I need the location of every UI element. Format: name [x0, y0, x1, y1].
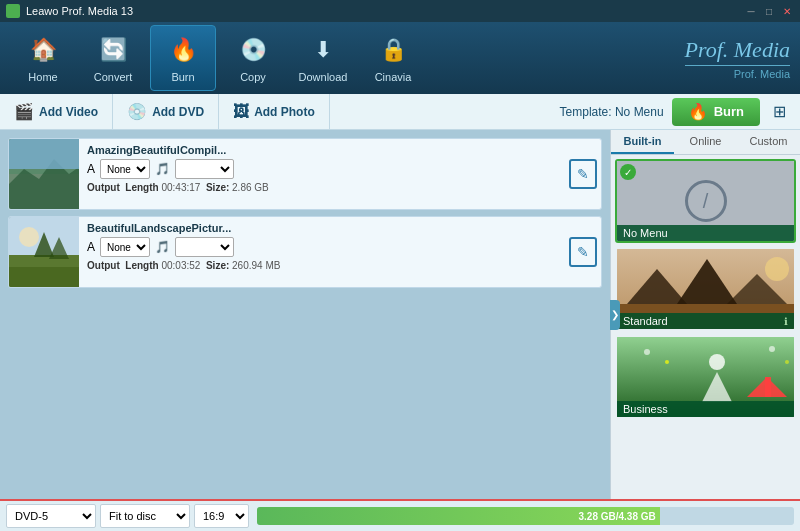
template-standard[interactable]: Standard ℹ [615, 247, 796, 331]
svg-point-18 [709, 354, 725, 370]
right-panel: Built-in Online Custom / ✓ No Menu [610, 130, 800, 499]
svg-rect-3 [9, 139, 79, 169]
video-action-2: ✎ [565, 217, 601, 287]
download-icon: ⬇ [306, 33, 340, 67]
add-photo-button[interactable]: 🖼 Add Photo [219, 94, 330, 130]
video-action-1: ✎ [565, 139, 601, 209]
svg-rect-21 [765, 377, 771, 397]
video-item-2: BeautifulLandscapePictur... A None 16:9 … [8, 216, 602, 288]
progress-bar-fill: 3.28 GB/4.38 GB [257, 507, 660, 525]
svg-point-16 [765, 257, 789, 281]
home-icon: 🏠 [26, 33, 60, 67]
selected-check: ✓ [620, 164, 636, 180]
no-menu-icon: / [685, 180, 727, 222]
add-photo-icon: 🖼 [233, 103, 249, 121]
burn-btn-label: Burn [714, 104, 744, 119]
app-logo [6, 4, 20, 18]
toolbar-copy-label: Copy [240, 71, 266, 83]
video-content-2: BeautifulLandscapePictur... A None 16:9 … [79, 217, 565, 287]
video-title-2: BeautifulLandscapePictur... [87, 222, 557, 234]
toolbar-burn[interactable]: 🔥 Burn [150, 25, 216, 91]
template-standard-label: Standard ℹ [617, 313, 794, 329]
ratio-select[interactable]: 16:9 4:3 [194, 504, 249, 528]
aspect-select-1[interactable]: None 16:9 4:3 [100, 159, 150, 179]
template-no-menu[interactable]: / ✓ No Menu [615, 159, 796, 243]
svg-point-23 [665, 360, 669, 364]
audio-select-2[interactable]: Track 1 [175, 237, 234, 257]
toolbar-copy[interactable]: 💿 Copy [220, 25, 286, 91]
burn-icon: 🔥 [166, 33, 200, 67]
burn-button[interactable]: 🔥 Burn [672, 98, 760, 126]
edit-button-2[interactable]: ✎ [569, 237, 597, 267]
quality-select[interactable]: Fit to disc High Quality Medium Quality [100, 504, 190, 528]
audio-icon-2: 🎵 [155, 240, 170, 254]
convert-icon: 🔄 [96, 33, 130, 67]
template-business[interactable]: Business [615, 335, 796, 419]
left-panel: AmazingBeautifulCompil... A None 16:9 4:… [0, 130, 610, 499]
add-dvd-button[interactable]: 💿 Add DVD [113, 94, 219, 130]
edit-button-1[interactable]: ✎ [569, 159, 597, 189]
standard-info-icon: ℹ [784, 316, 788, 327]
aspect-select-2[interactable]: None 16:9 4:3 [100, 237, 150, 257]
progress-text: 3.28 GB/4.38 GB [578, 511, 655, 522]
svg-point-22 [644, 349, 650, 355]
burn-btn-icon: 🔥 [688, 102, 708, 121]
video-meta-1: Output Length 00:43:17 Size: 2.86 GB [87, 182, 557, 193]
toolbar-download-label: Download [299, 71, 348, 83]
add-video-label: Add Video [39, 105, 98, 119]
output-label-2: Output [87, 260, 120, 271]
video-thumb-2 [9, 217, 79, 287]
toolbar-cinavia[interactable]: 🔒 Cinavia [360, 25, 426, 91]
toolbar-burn-label: Burn [171, 71, 194, 83]
video-controls-1: A None 16:9 4:3 🎵 Track 1 [87, 159, 557, 179]
toolbar-cinavia-label: Cinavia [375, 71, 412, 83]
right-tabs: Built-in Online Custom [611, 130, 800, 155]
svg-point-25 [785, 360, 789, 364]
toolbar-home[interactable]: 🏠 Home [10, 25, 76, 91]
minimize-button[interactable]: ─ [744, 4, 758, 18]
close-button[interactable]: ✕ [780, 4, 794, 18]
tab-online[interactable]: Online [674, 130, 737, 154]
disc-type-select[interactable]: DVD-5 DVD-9 Blu-ray 25G Blu-ray 50G [6, 504, 96, 528]
add-dvd-label: Add DVD [152, 105, 204, 119]
tab-builtin[interactable]: Built-in [611, 130, 674, 154]
template-label: Template: No Menu [560, 105, 664, 119]
brand-name: Prof. Media [685, 37, 791, 63]
title-bar: Leawo Prof. Media 13 ─ □ ✕ [0, 0, 800, 22]
action-bar: 🎬 Add Video 💿 Add DVD 🖼 Add Photo Templa… [0, 94, 800, 130]
collapse-panel-button[interactable]: ❯ [610, 300, 620, 330]
video-controls-2: A None 16:9 4:3 🎵 Track 1 [87, 237, 557, 257]
toolbar-convert[interactable]: 🔄 Convert [80, 25, 146, 91]
brand-tagline: Prof. Media [685, 65, 791, 80]
add-video-icon: 🎬 [14, 102, 34, 121]
video-item-1: AmazingBeautifulCompil... A None 16:9 4:… [8, 138, 602, 210]
tab-custom[interactable]: Custom [737, 130, 800, 154]
bottom-bar: DVD-5 DVD-9 Blu-ray 25G Blu-ray 50G Fit … [0, 499, 800, 531]
aspect-label-1: A [87, 162, 95, 176]
template-section: Template: No Menu 🔥 Burn ⊞ [560, 98, 800, 126]
toolbar: 🏠 Home 🔄 Convert 🔥 Burn 💿 Copy ⬇ Downloa… [0, 22, 800, 94]
toolbar-download[interactable]: ⬇ Download [290, 25, 356, 91]
svg-point-6 [19, 227, 39, 247]
cinavia-icon: 🔒 [376, 33, 410, 67]
video-content-1: AmazingBeautifulCompil... A None 16:9 4:… [79, 139, 565, 209]
output-label-1: Output [87, 182, 120, 193]
app-title: Leawo Prof. Media 13 [26, 5, 133, 17]
grid-view-button[interactable]: ⊞ [768, 101, 790, 123]
main-area: AmazingBeautifulCompil... A None 16:9 4:… [0, 130, 800, 499]
svg-point-24 [769, 346, 775, 352]
window-controls[interactable]: ─ □ ✕ [744, 4, 794, 18]
add-photo-label: Add Photo [254, 105, 315, 119]
maximize-button[interactable]: □ [762, 4, 776, 18]
video-meta-2: Output Length 00:03:52 Size: 260.94 MB [87, 260, 557, 271]
copy-icon: 💿 [236, 33, 270, 67]
audio-icon-1: 🎵 [155, 162, 170, 176]
toolbar-convert-label: Convert [94, 71, 133, 83]
storage-progress: 3.28 GB/4.38 GB [257, 507, 794, 525]
video-title-1: AmazingBeautifulCompil... [87, 144, 557, 156]
svg-rect-8 [9, 267, 79, 287]
aspect-label-2: A [87, 240, 95, 254]
add-video-button[interactable]: 🎬 Add Video [0, 94, 113, 130]
audio-select-1[interactable]: Track 1 [175, 159, 234, 179]
template-business-label: Business [617, 401, 794, 417]
